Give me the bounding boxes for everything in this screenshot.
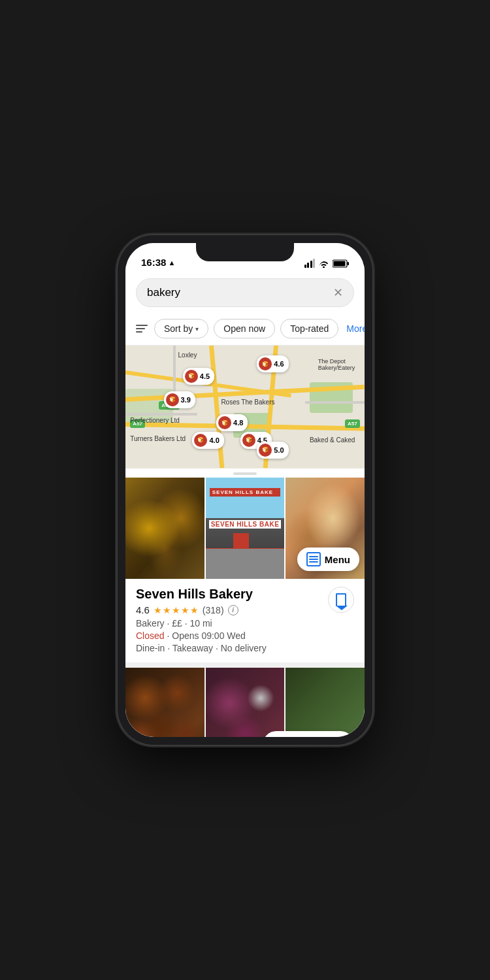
main-content: bakery ✕ Sort by ▾ Open now: [125, 272, 365, 737]
photo-packaged-goods[interactable]: [286, 668, 365, 737]
result-photos-1: SEVEN HILLS BAKE Menu: [125, 478, 365, 579]
result-options: Dine-in · Takeaway · No delivery: [136, 643, 354, 653]
phone-screen: 16:38 ▲: [125, 243, 365, 737]
star-rating: ★ ★ ★ ★ ★: [154, 605, 199, 615]
photo-cupcakes-2[interactable]: [206, 668, 285, 737]
star-4: ★: [181, 605, 189, 615]
result-info-1: Seven Hills Bakery 4.6 ★ ★ ★ ★ ★ (318) i: [125, 579, 365, 662]
signal-icon: [304, 259, 316, 268]
open-now-label: Open now: [223, 323, 265, 334]
map-label-roses: Roses The Bakers: [221, 399, 274, 406]
road-badge-a57-right: A57: [345, 419, 360, 428]
opens-time: Opens 09:00 Wed: [172, 630, 246, 641]
photo-storefront[interactable]: SEVEN HILLS BAKE: [206, 478, 285, 579]
menu-label: Menu: [325, 554, 350, 565]
result-card-2: View map: [125, 668, 365, 737]
wifi-icon: [318, 259, 329, 268]
open-now-chip[interactable]: Open now: [214, 319, 275, 338]
map-road-gray-1: [173, 346, 176, 395]
bakery-pin-icon: 🍞: [185, 370, 198, 383]
top-rated-chip[interactable]: Top-rated: [280, 319, 338, 338]
bakery-pin-icon-7: 🍞: [259, 444, 272, 457]
map-pin-baked-caked[interactable]: 🍞 5.0: [257, 442, 288, 459]
photo-croissants[interactable]: Menu: [286, 478, 365, 579]
map-pin-roses[interactable]: 🍞 3.9: [164, 391, 195, 408]
bookmark-icon: [336, 593, 346, 606]
map-pin-turners[interactable]: 🍞 4.0: [192, 432, 223, 449]
map-road-gray-2: [125, 413, 197, 416]
map-pin-gerrys[interactable]: 🍞 4.5: [183, 368, 214, 385]
phone-frame: 16:38 ▲: [118, 235, 372, 745]
star-2: ★: [163, 605, 171, 615]
drag-handle-bar: [233, 472, 257, 475]
map-label-turners: Turners Bakers Ltd: [130, 435, 186, 442]
map-pin-depot[interactable]: 🍞 4.6: [257, 355, 288, 372]
status-icons: [304, 259, 350, 268]
result-meta: Bakery · ££ · 10 mi: [136, 618, 354, 629]
more-filters-button[interactable]: More: [344, 319, 365, 338]
status-time: 16:38 ▲: [141, 257, 175, 268]
clear-search-button[interactable]: ✕: [333, 286, 343, 300]
sort-by-chip[interactable]: Sort by ▾: [154, 319, 208, 338]
menu-icon: [306, 552, 321, 566]
search-bar-area: bakery ✕: [125, 272, 365, 314]
chevron-down-icon: ▾: [195, 325, 199, 333]
star-3: ★: [172, 605, 180, 615]
filter-bar: Sort by ▾ Open now Top-rated More: [125, 314, 365, 346]
svg-rect-2: [334, 261, 346, 266]
bakery-pin-icon-3: 🍞: [166, 393, 179, 406]
search-bar[interactable]: bakery ✕: [136, 278, 354, 307]
drag-handle: [125, 468, 365, 478]
view-map-button[interactable]: View map: [263, 731, 354, 737]
result-status: Closed · Opens 09:00 Wed: [136, 630, 354, 641]
search-input[interactable]: bakery: [147, 286, 328, 299]
bookmark-button[interactable]: [328, 587, 354, 613]
result-name-1[interactable]: Seven Hills Bakery: [136, 587, 354, 602]
map-label-loxley: Loxley: [178, 351, 197, 359]
star-half: ★: [190, 605, 199, 615]
location-arrow-icon: ▲: [168, 259, 175, 267]
bakery-pin-icon-2: 🍞: [259, 357, 272, 370]
road-badge-a57-left: A57: [130, 419, 145, 428]
rating-number: 4.6: [136, 604, 150, 615]
photo-pastries[interactable]: [125, 478, 204, 579]
svg-rect-1: [348, 262, 350, 265]
map-background: A6101 A57 A57 Loxley The DepotBakery/Eat…: [125, 346, 365, 468]
time-display: 16:38: [141, 257, 166, 268]
top-rated-label: Top-rated: [290, 323, 329, 334]
star-1: ★: [154, 605, 162, 615]
rating-count: (318): [203, 605, 224, 615]
map-road-v1: [209, 346, 224, 468]
bakery-pin-icon-6: 🍞: [242, 434, 255, 447]
sort-by-label: Sort by: [164, 323, 193, 334]
more-label: More: [346, 323, 365, 334]
photo-cupcakes-1[interactable]: [125, 668, 204, 737]
rating-row: 4.6 ★ ★ ★ ★ ★ (318) i: [136, 604, 354, 615]
result-photos-2: [125, 668, 365, 737]
bakery-pin-icon-4: 🍞: [218, 416, 231, 429]
map-label-baked-caked: Baked & Caked: [310, 436, 355, 444]
bakery-pin-icon-5: 🍞: [194, 434, 207, 447]
result-card-1: SEVEN HILLS BAKE Menu: [125, 478, 365, 668]
closed-status: Closed: [136, 630, 165, 641]
map-pin-perfectionery[interactable]: 🍞 4.8: [216, 414, 248, 431]
battery-icon: [333, 259, 349, 268]
map-road-gray-3: [305, 401, 365, 404]
notch: [196, 243, 294, 261]
map-label-depot: The DepotBakery/Eatery: [318, 358, 355, 371]
map-area[interactable]: A6101 A57 A57 Loxley The DepotBakery/Eat…: [125, 346, 365, 468]
info-icon[interactable]: i: [228, 605, 238, 615]
adjust-filters-button[interactable]: [133, 322, 149, 335]
menu-badge[interactable]: Menu: [297, 547, 359, 571]
